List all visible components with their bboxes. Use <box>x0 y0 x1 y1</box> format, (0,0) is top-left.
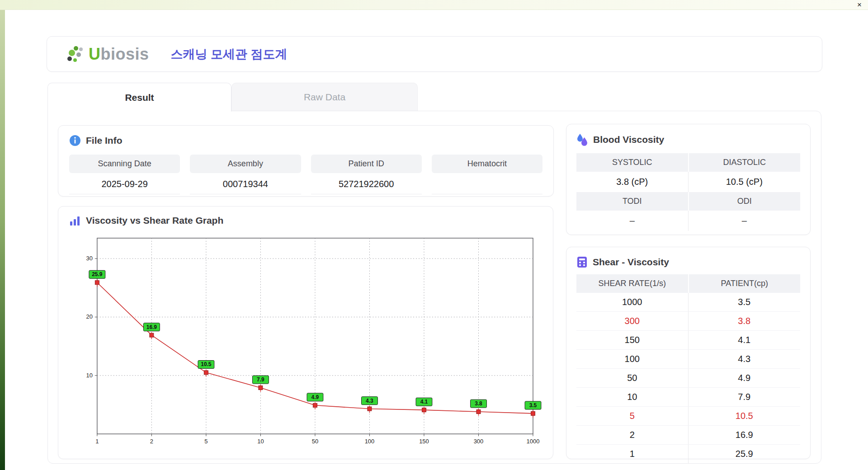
shear-viscosity-table: SHEAR RATE(1/s) PATIENT(cp) 1000 3.5 300… <box>576 274 800 463</box>
logo-text: Ubiosis <box>89 45 149 64</box>
file-info-card: File Info Scanning Date 2025-09-29 Assem… <box>58 125 554 197</box>
graph-header: Viscosity vs Shear Rate Graph <box>69 215 542 226</box>
result-content-panel: File Info Scanning Date 2025-09-29 Assem… <box>47 111 821 464</box>
table-row: 5 10.5 <box>576 407 800 426</box>
blood-viscosity-title: Blood Viscosity <box>593 134 664 145</box>
cell-shear-rate: 300 <box>576 312 689 330</box>
chart-point-label: 16.9 <box>143 323 160 331</box>
svg-text:3.5: 3.5 <box>529 402 537 409</box>
svg-text:10.5: 10.5 <box>201 361 212 367</box>
field-assembly: Assembly 000719344 <box>190 155 301 194</box>
shear-viscosity-title: Shear - Viscosity <box>593 257 669 268</box>
chart-xtick-label: 1000 <box>527 438 540 445</box>
chart-xtick-label: 5 <box>204 438 208 445</box>
bv-header-systolic: SYSTOLIC <box>576 153 688 172</box>
bv-value-odi: – <box>689 211 801 231</box>
table-header-row: SHEAR RATE(1/s) PATIENT(cp) <box>576 274 800 293</box>
bv-value-diastolic: 10.5 (cP) <box>689 172 801 192</box>
svg-text:25.9: 25.9 <box>92 271 103 277</box>
chart-xtick-label: 50 <box>312 438 318 445</box>
svg-text:7.9: 7.9 <box>257 376 264 383</box>
field-label: Patient ID <box>311 155 422 173</box>
table-row: 300 3.8 <box>576 312 800 331</box>
cell-patient: 4.3 <box>689 350 801 368</box>
cell-shear-rate: 150 <box>576 331 689 349</box>
chart-xtick-label: 10 <box>257 438 264 445</box>
bar-chart-icon <box>69 215 81 226</box>
field-label: Hematocrit <box>432 155 542 173</box>
field-value: 000719344 <box>190 173 301 194</box>
svg-text:4.3: 4.3 <box>366 398 373 404</box>
ubiosis-logo: Ubiosis <box>66 44 149 64</box>
viscosity-graph-card: Viscosity vs Shear Rate Graph 1020301251… <box>58 206 553 459</box>
table-row: 10 7.9 <box>576 388 800 407</box>
chart-ytick-label: 10 <box>86 372 93 379</box>
bv-header-todi: TODI <box>576 192 688 211</box>
table-row: 100 4.3 <box>576 350 800 369</box>
viscosity-chart-svg: 1020301251050100150300100025.916.910.57.… <box>69 229 542 454</box>
cell-shear-rate: 50 <box>576 369 689 387</box>
table-row: 50 4.9 <box>576 369 800 388</box>
close-icon[interactable]: × <box>857 0 862 10</box>
cell-patient: 4.1 <box>689 331 801 349</box>
page-title: 스캐닝 모세관 점도계 <box>171 46 288 62</box>
cell-patient: 25.9 <box>689 445 801 463</box>
cell-shear-rate: 1000 <box>576 293 689 311</box>
field-label: Assembly <box>190 155 301 173</box>
tab-result[interactable]: Result <box>47 83 231 112</box>
desktop-left-strip <box>0 10 5 470</box>
chart-point <box>95 281 99 285</box>
chart-xtick-label: 2 <box>150 438 153 445</box>
table-row: 1 25.9 <box>576 445 800 463</box>
shear-viscosity-header: Shear - Viscosity <box>576 256 800 268</box>
file-info-fields: Scanning Date 2025-09-29 Assembly 000719… <box>69 155 542 194</box>
field-value: 52721922600 <box>311 173 422 194</box>
blood-viscosity-card: Blood Viscosity SYSTOLIC DIASTOLIC 3.8 (… <box>566 124 811 235</box>
svg-text:16.9: 16.9 <box>146 324 157 330</box>
cell-shear-rate: 5 <box>576 407 689 425</box>
chart-ytick-label: 30 <box>86 255 93 262</box>
bv-header-odi: ODI <box>689 192 801 211</box>
chart-xtick-label: 1 <box>95 438 99 445</box>
table-row: 1000 3.5 <box>576 293 800 312</box>
cell-patient: 3.8 <box>689 312 801 330</box>
chart-point <box>531 411 535 415</box>
chart-point <box>476 410 481 414</box>
logo-rest: biosis <box>101 45 149 63</box>
bv-value-row: – – <box>576 211 800 231</box>
tab-raw-data[interactable]: Raw Data <box>231 83 418 111</box>
chart-point-label: 4.1 <box>416 398 432 406</box>
chart-point <box>150 333 154 337</box>
chart-point <box>368 407 372 411</box>
chart-xtick-label: 100 <box>365 438 375 445</box>
chart-point-label: 4.3 <box>362 397 378 405</box>
cell-shear-rate: 2 <box>576 426 689 444</box>
bv-header-row: TODI ODI <box>576 192 800 211</box>
header-card: Ubiosis 스캐닝 모세관 점도계 <box>47 36 822 72</box>
shear-viscosity-card: Shear - Viscosity SHEAR RATE(1/s) PATIEN… <box>566 247 811 459</box>
ubiosis-dots-logo <box>66 44 85 64</box>
logo-letter-u: U <box>89 45 101 63</box>
table-row: 2 16.9 <box>576 426 800 445</box>
cell-patient: 4.9 <box>689 369 801 387</box>
file-info-header: File Info <box>69 135 542 146</box>
column-header-patient: PATIENT(cp) <box>689 274 801 293</box>
blood-viscosity-grid: SYSTOLIC DIASTOLIC 3.8 (cP) 10.5 (cP) TO… <box>576 153 800 231</box>
bv-header-diastolic: DIASTOLIC <box>689 153 801 172</box>
cell-patient: 3.5 <box>689 293 801 311</box>
table-row: 150 4.1 <box>576 331 800 350</box>
field-value: 2025-09-29 <box>69 173 180 194</box>
graph-title: Viscosity vs Shear Rate Graph <box>86 215 223 226</box>
file-info-title: File Info <box>86 135 123 146</box>
chart-point <box>259 386 263 390</box>
calculator-icon <box>576 256 588 268</box>
cell-shear-rate: 100 <box>576 350 689 368</box>
cell-shear-rate: 1 <box>576 445 689 463</box>
desktop-top-strip: × <box>0 0 868 10</box>
viscosity-chart: 1020301251050100150300100025.916.910.57.… <box>69 229 542 454</box>
bv-value-systolic: 3.8 (cP) <box>576 172 689 192</box>
droplets-icon <box>576 133 588 146</box>
cell-patient: 16.9 <box>689 426 801 444</box>
svg-text:3.8: 3.8 <box>475 400 482 407</box>
field-label: Scanning Date <box>69 155 180 173</box>
